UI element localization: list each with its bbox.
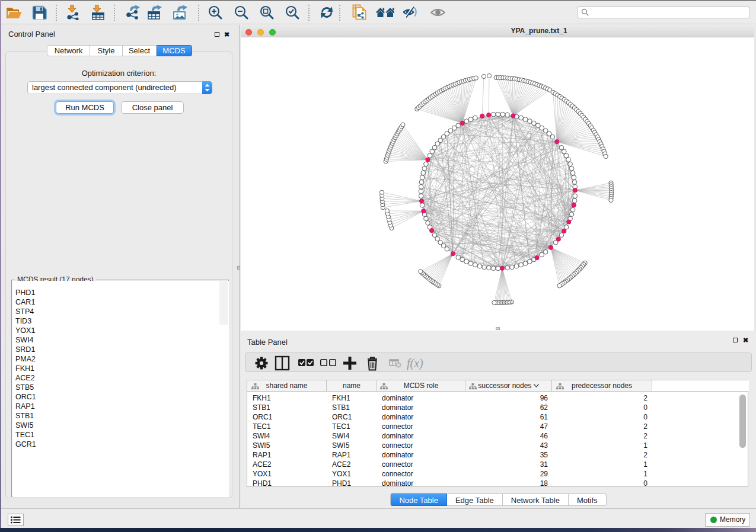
svg-text:f(x): f(x) xyxy=(407,357,423,370)
